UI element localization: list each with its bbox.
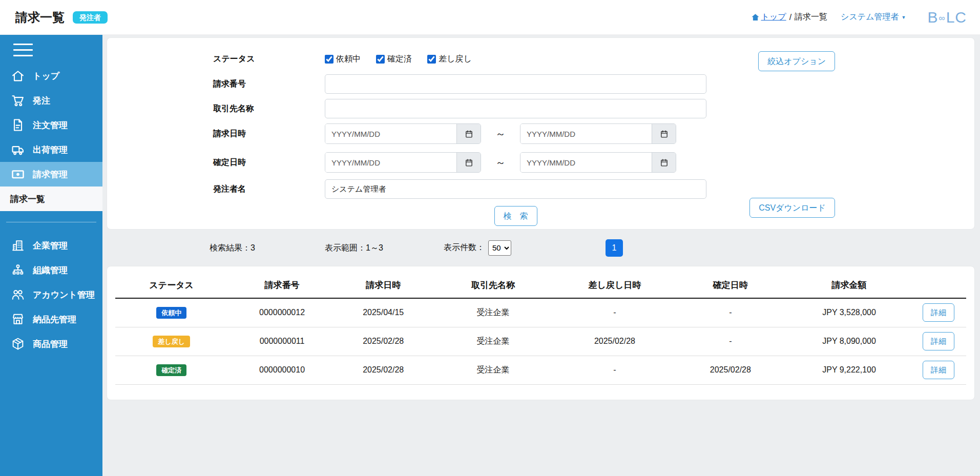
status-checkbox-requested[interactable]	[325, 55, 333, 64]
sidebar-item-organization-management[interactable]: 組織管理	[0, 258, 102, 282]
invoice-number-cell: 0000000010	[227, 356, 337, 384]
calendar-icon[interactable]	[456, 124, 481, 143]
search-button[interactable]: 検 索	[494, 206, 537, 226]
amount-cell: JPY 9,222,100	[787, 356, 911, 384]
home-icon	[751, 13, 760, 22]
invoice-number-input[interactable]	[325, 74, 706, 94]
status-option-returned[interactable]: 差し戻し	[427, 54, 472, 65]
table-row: 差し戻し 0000000011 2025/02/28 受注企業 2025/02/…	[115, 327, 966, 356]
people-icon	[10, 287, 26, 302]
per-page-select[interactable]: 50	[488, 240, 511, 256]
date-range-separator: ～	[495, 156, 506, 170]
filter-options-button[interactable]: 絞込オプション	[758, 51, 835, 71]
home-icon	[10, 68, 26, 84]
orderer-name-label: 発注者名	[213, 184, 325, 195]
sidebar-item-billing-management[interactable]: 請求管理	[0, 162, 102, 187]
store-icon	[10, 312, 26, 327]
sidebar-item-label: 請求管理	[33, 169, 68, 180]
sidebar-item-account-management[interactable]: アカウント管理	[0, 282, 102, 307]
csv-download-button[interactable]: CSVダウンロード	[749, 198, 835, 218]
status-checkbox-returned[interactable]	[427, 55, 436, 64]
cart-icon	[10, 93, 26, 108]
status-option-requested[interactable]: 依頼中	[325, 54, 361, 65]
calendar-icon[interactable]	[456, 153, 481, 172]
checkbox-label: 依頼中	[336, 54, 361, 65]
status-label: ステータス	[213, 54, 325, 65]
partner-name-label: 取引先名称	[213, 104, 325, 114]
amount-cell: JPY 8,090,000	[787, 327, 911, 356]
status-checkbox-confirmed[interactable]	[376, 55, 385, 64]
column-header-returned-date: 差し戻し日時	[556, 272, 673, 298]
invoice-date-cell: 2025/02/28	[337, 356, 430, 384]
sidebar-item-product-management[interactable]: 商品管理	[0, 332, 102, 356]
column-header-amount: 請求金額	[787, 272, 911, 298]
invoice-date-to-group	[520, 123, 676, 144]
banknote-icon	[10, 167, 26, 182]
invoice-date-to-input[interactable]	[520, 124, 652, 143]
user-menu-dropdown[interactable]: システム管理者 ▼	[841, 12, 906, 23]
invoice-number-cell: 0000000012	[227, 298, 337, 327]
sidebar-item-order[interactable]: 発注	[0, 88, 102, 113]
invoice-table-panel: ステータス 請求番号 請求日時 取引先名称 差し戻し日時 確定日時 請求金額 依…	[107, 266, 975, 400]
amount-cell: JPY 3,528,000	[787, 298, 911, 327]
hamburger-menu-icon[interactable]	[0, 35, 102, 64]
logo-right: LC	[946, 9, 967, 26]
orderer-name-input[interactable]	[325, 179, 706, 199]
role-badge: 発注者	[73, 11, 108, 24]
status-badge: 依頼中	[156, 307, 186, 319]
returned-date-cell: -	[556, 356, 673, 384]
sidebar-item-label: 注文管理	[33, 119, 68, 131]
status-badge: 差し戻し	[153, 336, 190, 347]
sidebar-item-shipping-management[interactable]: 出荷管理	[0, 137, 102, 162]
status-checkbox-group: 依頼中 確定済 差し戻し	[325, 54, 706, 65]
sidebar-item-label: 企業管理	[33, 240, 68, 252]
returned-date-cell: -	[556, 298, 673, 327]
calendar-icon[interactable]	[652, 153, 676, 172]
sidebar-subitem-invoice-list[interactable]: 請求一覧	[0, 187, 102, 211]
sidebar-item-top[interactable]: トップ	[0, 64, 102, 88]
status-option-confirmed[interactable]: 確定済	[376, 54, 412, 65]
confirmed-date-cell: 2025/02/28	[674, 356, 788, 384]
per-page-label: 表示件数：	[444, 242, 485, 253]
confirm-date-from-group	[325, 152, 481, 173]
logo-infinity-icon: ∞	[939, 13, 946, 24]
table-row: 確定済 0000000010 2025/02/28 受注企業 - 2025/02…	[115, 356, 966, 384]
partner-name-input[interactable]	[325, 99, 706, 118]
confirmed-date-cell: -	[674, 298, 788, 327]
building-icon	[10, 238, 26, 253]
app-logo: B∞LC	[928, 9, 967, 26]
pagination-page-1-button[interactable]: 1	[606, 239, 623, 257]
detail-button[interactable]: 詳細	[923, 332, 954, 350]
partner-name-cell: 受注企業	[430, 356, 556, 384]
breadcrumb: トップ / 請求一覧	[751, 12, 828, 23]
sidebar-item-label: 商品管理	[33, 338, 68, 350]
date-range-separator: ～	[495, 127, 506, 141]
column-header-actions	[911, 272, 966, 298]
detail-button[interactable]: 詳細	[923, 361, 954, 379]
status-badge: 確定済	[156, 364, 186, 376]
sidebar-item-order-management[interactable]: 注文管理	[0, 113, 102, 137]
search-panel: ステータス 依頼中 確定済 差し戻し 請求番号	[107, 37, 975, 230]
column-header-partner-name: 取引先名称	[430, 272, 556, 298]
confirm-date-to-group	[520, 152, 676, 173]
results-bar: 検索結果：3 表示範囲：1～3 表示件数： 50 1	[102, 230, 980, 266]
header-right: トップ / 請求一覧 システム管理者 ▼ B∞LC	[751, 9, 967, 26]
pagination: 1	[606, 239, 623, 257]
confirm-date-from-input[interactable]	[325, 153, 456, 172]
invoice-date-from-group	[325, 123, 481, 144]
sidebar-item-delivery-destination-management[interactable]: 納品先管理	[0, 307, 102, 332]
detail-button[interactable]: 詳細	[923, 303, 954, 322]
breadcrumb-home-link[interactable]: トップ	[761, 12, 786, 23]
breadcrumb-separator: /	[789, 13, 791, 22]
sidebar-item-label: トップ	[33, 70, 59, 82]
package-icon	[10, 336, 26, 351]
invoice-date-from-input[interactable]	[325, 124, 456, 143]
org-tree-icon	[10, 262, 26, 278]
confirm-date-to-input[interactable]	[520, 153, 652, 172]
sidebar-item-label: 出荷管理	[33, 144, 68, 156]
calendar-icon[interactable]	[652, 124, 676, 143]
invoice-number-cell: 0000000011	[227, 327, 337, 356]
checkbox-label: 確定済	[387, 54, 412, 65]
sidebar-item-company-management[interactable]: 企業管理	[0, 233, 102, 258]
main-content: ステータス 依頼中 確定済 差し戻し 請求番号	[102, 35, 980, 476]
